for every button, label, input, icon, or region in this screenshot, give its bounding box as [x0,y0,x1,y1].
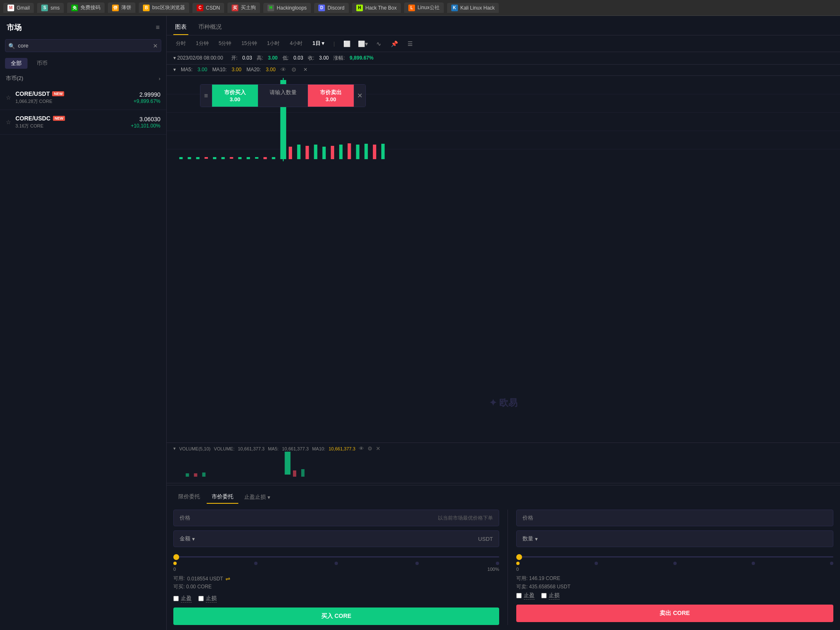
order-sell-button[interactable]: 市价卖出 3.00 [308,85,354,107]
more-options-icon[interactable]: ☰ [405,40,416,48]
tf-5m[interactable]: 5分钟 [216,39,234,48]
order-buy-button[interactable]: 市价买入 3.00 [212,85,258,107]
buy-submit-button[interactable]: 买入 CORE [173,608,499,625]
buy-stop-profit-checkbox[interactable]: 止盈 [173,595,192,602]
price-close-label: 收: [308,55,314,61]
sell-stop-loss-checkbox[interactable]: 止损 [541,592,560,600]
tf-time[interactable]: 分时 [173,39,188,48]
tab-htb[interactable]: H Hack The Box [352,3,401,13]
tab-overview[interactable]: 币种概况 [197,20,223,35]
price-date: ▾ 2023/02/08 08:00:00 [173,55,226,61]
sell-slider-track[interactable] [516,556,833,558]
sell-slider-labels: 0 [516,567,833,572]
slider-dot-0[interactable] [173,562,177,565]
sell-slider-dot-50[interactable] [673,562,677,565]
market-section-title: 市币(2) [6,75,23,82]
tab-kali[interactable]: K Kali Linux Hack [447,3,499,13]
tf-4h[interactable]: 4小时 [287,39,305,48]
tab-linux[interactable]: L Linux公社 [404,2,444,13]
tab-market-order[interactable]: 市价委托 [207,490,238,504]
tab-discord[interactable]: D Discord [314,3,349,13]
tab-all[interactable]: 全部 [5,58,28,69]
sell-quantity-dropdown-icon[interactable]: ▾ [535,536,538,542]
coin-item-core-usdc[interactable]: ☆ CORE/USDC NEW 3.16万 CORE 3.06030 +10,1… [0,110,166,135]
indicator-dropdown-icon[interactable]: ⬜▾ [358,40,368,48]
tf-1h[interactable]: 1小时 [265,39,282,48]
volume-settings-icon[interactable]: ⚙ [368,445,372,452]
ma-expand-icon[interactable]: ▾ [173,67,176,72]
separator [167,483,840,483]
buy-amount-unit: USDT [478,536,493,542]
volume-eye-icon[interactable]: 👁 [359,445,364,452]
market-section-chevron-icon[interactable]: › [159,75,160,82]
sell-slider-dot-0[interactable] [516,562,520,565]
tab-cake[interactable]: 饼 薄饼 [108,2,135,13]
coin-pair-core-usdt: CORE/USDT [15,90,50,97]
tab-limit-order[interactable]: 限价委托 [173,490,205,504]
price-low-value: 0.03 [293,55,303,61]
sell-checkbox-row: 止盈 止损 [516,592,833,600]
volume-close-icon[interactable]: ✕ [376,445,380,452]
tab-csdn[interactable]: C CSDN [192,3,224,13]
buy-stop-loss-checkbox[interactable]: 止损 [198,595,217,602]
slider-dot-75[interactable] [415,562,419,565]
buy-checkbox-row: 止盈 止损 [173,595,499,602]
sell-quantity-field[interactable]: 数量 ▾ [516,530,833,547]
ma20-value: 3.00 [266,67,275,72]
sell-slider-dot-75[interactable] [752,562,755,565]
price-open-label: 开: [231,55,238,61]
buy-amount-dropdown-icon[interactable]: ▾ [192,536,195,542]
star-icon[interactable]: ☆ [6,94,11,101]
order-widget-menu-icon[interactable]: ≡ [200,85,212,107]
volume-expand-icon[interactable]: ▾ [173,446,176,451]
swap-icon[interactable]: ⇌ [225,575,230,582]
tab-mai[interactable]: 买 买土狗 [228,2,260,13]
tab-stop-order[interactable]: 止盈止损 ▾ [240,491,275,503]
order-widget-close-icon[interactable]: ✕ [354,85,365,107]
ma-settings-icon[interactable]: ⚙ [291,66,297,73]
buy-slider-track[interactable] [173,556,499,558]
volume-value: 10,661,377.3 [238,446,265,451]
tf-1d[interactable]: 1日 ▾ [310,39,327,48]
sell-slider-dots [516,562,833,565]
tf-1m[interactable]: 1分钟 [193,39,211,48]
sidebar-menu-icon[interactable]: ≡ [156,24,160,31]
ma-close-icon[interactable]: ✕ [303,67,308,72]
slider-dot-50[interactable] [335,562,338,565]
tab-coin[interactable]: 币币 [31,58,53,69]
tf-15m[interactable]: 15分钟 [239,39,259,48]
sell-stop-loss-input[interactable] [541,593,547,598]
sell-stop-profit-label: 止盈 [524,592,535,600]
coin-item-core-usdt[interactable]: ☆ CORE/USDT NEW 1,066.28万 CORE 2.99990 +… [0,85,166,110]
sidebar: 市场 ≡ 🔍 ✕ 全部 币币 市币(2) › ☆ CORE/USDT NEW [0,16,167,630]
slider-dot-25[interactable] [254,562,258,565]
tab-free[interactable]: 免 免费接码 [67,2,105,13]
search-input[interactable] [5,39,161,52]
line-chart-icon[interactable]: ∿ [373,40,384,48]
tab-gmail[interactable]: M Gmail [3,3,34,13]
sell-slider-dot-100[interactable] [830,562,833,565]
tab-chart[interactable]: 图表 [173,20,188,35]
sell-slider-dot-25[interactable] [595,562,598,565]
slider-dot-100[interactable] [496,562,499,565]
order-section: 限价委托 市价委托 止盈止损 ▾ 价格 以当前市场最优价格下单 [167,485,840,630]
sell-slider-thumb[interactable] [516,554,522,560]
order-quantity-input[interactable]: 请输入数量 [258,85,308,107]
svg-rect-30 [285,452,290,475]
search-clear-icon[interactable]: ✕ [153,42,158,49]
buy-slider-thumb[interactable] [173,554,179,560]
tab-htb-label: Hack The Box [365,5,397,11]
star-icon-usdc[interactable]: ☆ [6,119,11,125]
candlestick-icon[interactable]: ⬜ [342,40,352,48]
sell-submit-button[interactable]: 卖出 CORE [516,605,833,622]
tab-hacking[interactable]: H Hackingloops [263,3,311,13]
buy-stop-loss-input[interactable] [198,596,204,601]
sell-stop-profit-input[interactable] [516,593,522,598]
buy-amount-field[interactable]: 金额 ▾ USDT [173,530,499,547]
tab-sms[interactable]: S sms [37,3,64,13]
pin-icon[interactable]: 📌 [389,40,400,48]
sell-stop-profit-checkbox[interactable]: 止盈 [516,592,535,600]
ma-eye-icon[interactable]: 👁 [280,66,286,73]
buy-stop-profit-input[interactable] [173,596,179,601]
tab-bsc[interactable]: B bsc区块浏览器 [139,2,189,13]
